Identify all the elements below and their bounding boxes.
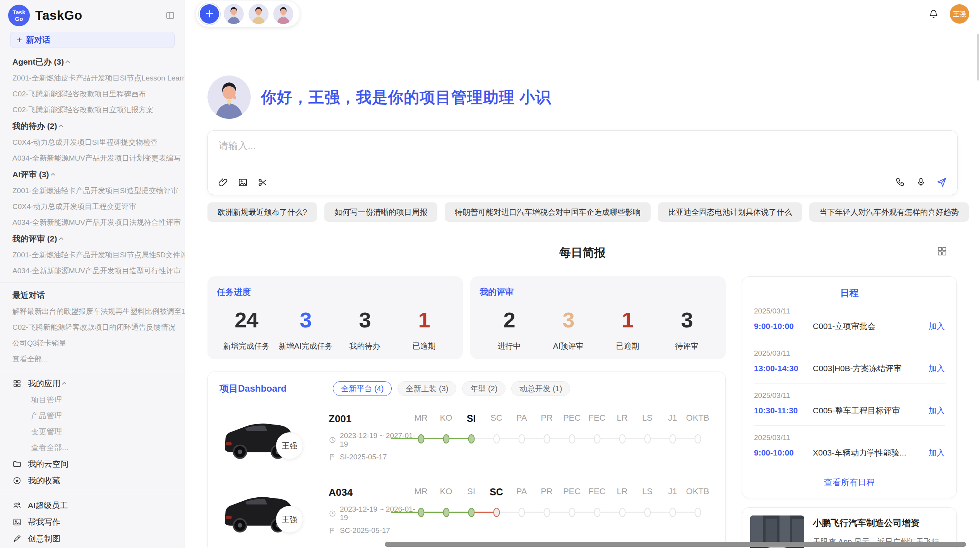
topbar: + 王强 <box>185 0 980 28</box>
suggestion-chip[interactable]: 当下年轻人对汽车外观有怎样的喜好趋势 <box>809 202 969 222</box>
stat-value: 2 <box>480 307 539 332</box>
stat-cell: 3新增AI完成任务 <box>276 307 335 351</box>
app-title: TaskGo <box>35 8 82 23</box>
app-sub-item[interactable]: 查看全部... <box>0 440 185 456</box>
join-meeting-link[interactable]: 加入 <box>929 405 945 416</box>
app-sub-item[interactable]: 变更管理 <box>0 424 185 440</box>
sidebar-item[interactable]: A034-全新新能源MUV产品开发项目造型可行性评审 <box>0 263 185 279</box>
dashboard-tab[interactable]: 年型 (2) <box>462 381 505 396</box>
vertical-scrollbar[interactable] <box>977 34 979 80</box>
join-meeting-link[interactable]: 加入 <box>929 321 945 332</box>
sidebar-item[interactable]: C0X4-动力总成开发项目工程变更评审 <box>0 199 185 214</box>
app-sub-item[interactable]: 产品管理 <box>0 408 185 424</box>
view-all-schedule-link[interactable]: 查看所有日程 <box>754 477 945 488</box>
sidebar-item[interactable]: A034-全新新能源MUV产品开发项目法规符合性评审 <box>0 214 185 230</box>
screenshot-scissors-icon[interactable] <box>257 177 268 188</box>
dashboard-tab[interactable]: 动总开发 (1) <box>511 381 570 396</box>
milestone-label: PEC <box>559 413 584 424</box>
add-chat-button[interactable]: + <box>200 4 219 24</box>
stat-value: 24 <box>217 307 276 332</box>
milestone-dot-pending <box>644 434 651 444</box>
sidebar-section-label: 我的评审 (2) <box>12 233 57 244</box>
voice-call-icon[interactable] <box>895 177 906 188</box>
milestone-dot-pending <box>493 434 500 444</box>
sidebar-item-my-apps[interactable]: 我的应用 <box>0 375 185 392</box>
view-all-chats-link[interactable]: 查看全部... <box>0 351 185 367</box>
sidebar-item[interactable]: Z001-全新燃油轻卡产品开发项目SI节点属性5D文件评审 <box>0 247 185 263</box>
microphone-icon[interactable] <box>916 177 926 188</box>
sidebar-item[interactable]: A034-全新新能源MUV产品开发项目计划变更表编写 <box>0 150 185 166</box>
stat-label: 我的待办 <box>335 341 394 351</box>
sidebar-tool-label: AI超级员工 <box>28 500 68 511</box>
join-meeting-link[interactable]: 加入 <box>929 363 945 374</box>
sidebar-section-header[interactable]: Agent已办 (3) <box>0 53 185 70</box>
sidebar-item[interactable]: C0X4-动力总成开发项目SI里程碑提交物检查 <box>0 134 185 150</box>
suggestion-chips: 欧洲新规最近颁布了什么?如何写一份清晰的项目周报特朗普可能对进口汽车增税会对中国… <box>207 202 958 222</box>
sidebar-collapse-icon[interactable] <box>165 11 175 20</box>
user-avatar[interactable]: 王强 <box>950 4 969 24</box>
sidebar-tool[interactable]: 创意制图 <box>0 530 185 547</box>
greeting-text: 你好，王强，我是你的项目管理助理 小识 <box>261 87 551 108</box>
milestone-track <box>408 430 718 448</box>
suggestion-chip[interactable]: 欧洲新规最近颁布了什么? <box>207 202 317 222</box>
sidebar-item[interactable]: C02-飞腾新能源轻客改款项目里程碑画布 <box>0 86 185 102</box>
recent-chat-item[interactable]: C02-飞腾新能源轻客改款项目的闭环通告反馈情况 <box>0 319 185 335</box>
image-icon <box>12 517 22 527</box>
recent-chat-item[interactable]: 解释最新出台的欧盟报废车法规再生塑料比例被调至15%... <box>0 303 185 319</box>
sidebar-section-header[interactable]: 我的评审 (2) <box>0 230 185 247</box>
notification-bell-icon[interactable] <box>928 9 939 19</box>
suggestion-chip[interactable]: 特朗普可能对进口汽车增税会对中国车企造成哪些影响 <box>445 202 651 222</box>
schedule-event: 2025/03/119:00-10:00X003-车辆动力学性能验...加入 <box>754 426 945 468</box>
flag-icon <box>329 453 336 461</box>
project-info: A0342023-12-19 ~ 2026-01-19SC-2025-05-17 <box>329 486 418 535</box>
suggestion-chip[interactable]: 比亚迪全固态电池计划具体说了什么 <box>658 202 802 222</box>
project-row[interactable]: 王强A0342023-12-19 ~ 2026-01-19SC-2025-05-… <box>219 484 714 543</box>
attach-file-icon[interactable] <box>218 177 228 188</box>
sidebar-section-label: 我的待办 (2) <box>12 121 57 132</box>
sidebar-item[interactable]: C02-飞腾新能源轻客改款项目立项汇报方案 <box>0 102 185 118</box>
send-icon[interactable] <box>936 177 947 188</box>
milestone-dot-pending <box>694 434 701 444</box>
join-meeting-link[interactable]: 加入 <box>929 447 945 458</box>
stat-label: 新增AI完成任务 <box>276 341 335 351</box>
composer-input[interactable] <box>219 140 946 151</box>
attach-image-icon[interactable] <box>238 177 248 188</box>
dashboard-tab[interactable]: 全新上装 (3) <box>397 381 456 396</box>
recent-chat-item[interactable]: 公司Q3轻卡销量 <box>0 335 185 351</box>
sidebar-tool[interactable]: AI超级员工 <box>0 497 185 514</box>
dashboard-tab[interactable]: 全新平台 (4) <box>333 381 392 396</box>
apps-grid-icon <box>12 379 22 388</box>
suggestion-chip[interactable]: 如何写一份清晰的项目周报 <box>324 202 437 222</box>
layout-grid-icon[interactable] <box>937 246 947 257</box>
project-row[interactable]: 王强Z0012023-12-19 ~ 2027-01-19SI-2025-05-… <box>219 411 714 469</box>
app-sub-item[interactable]: 项目管理 <box>0 392 185 408</box>
chat-avatar-3[interactable] <box>273 4 293 24</box>
milestone-dot-pending <box>543 508 550 517</box>
sidebar-section-header[interactable]: AI评审 (3) <box>0 166 185 183</box>
sidebar-item[interactable]: Z001-全新燃油皮卡产品开发项目SI节点Lesson Learn报告 <box>0 70 185 86</box>
milestone-label: MR <box>408 413 433 424</box>
stat-value: 1 <box>394 307 454 332</box>
chat-avatar-1[interactable] <box>224 4 244 24</box>
folder-icon <box>12 459 22 469</box>
chat-avatar-2[interactable] <box>248 4 269 24</box>
project-date-range: 2023-12-19 ~ 2027-01-19 <box>340 432 418 449</box>
sidebar-item[interactable]: Z001-全新燃油轻卡产品开发项目SI造型提交物评审 <box>0 183 185 199</box>
milestone-label: PA <box>509 413 534 424</box>
milestone-label: PR <box>534 486 559 498</box>
sidebar-lists: Agent已办 (3)Z001-全新燃油皮卡产品开发项目SI节点Lesson L… <box>0 48 185 547</box>
milestone-label: OKTB <box>685 486 710 498</box>
new-chat-button[interactable]: + 新对话 <box>10 32 175 48</box>
milestone-label: FEC <box>584 413 610 424</box>
assistant-avatar <box>207 75 251 119</box>
milestone-label: LR <box>610 413 635 424</box>
milestone-dot-pending <box>669 434 676 444</box>
milestone-label: LS <box>635 413 660 424</box>
sidebar-item-badge[interactable]: 我的收藏 <box>0 472 185 489</box>
horizontal-scrollbar[interactable] <box>385 542 966 547</box>
chevron-up-icon <box>60 380 68 387</box>
briefing-left-column: 任务进度24新增完成任务3新增AI完成任务3我的待办1已逾期我的评审2进行中3A… <box>207 276 726 548</box>
sidebar-section-header[interactable]: 我的待办 (2) <box>0 118 185 134</box>
sidebar-item-folder[interactable]: 我的云空间 <box>0 456 185 472</box>
sidebar-tool[interactable]: 帮我写作 <box>0 514 185 530</box>
